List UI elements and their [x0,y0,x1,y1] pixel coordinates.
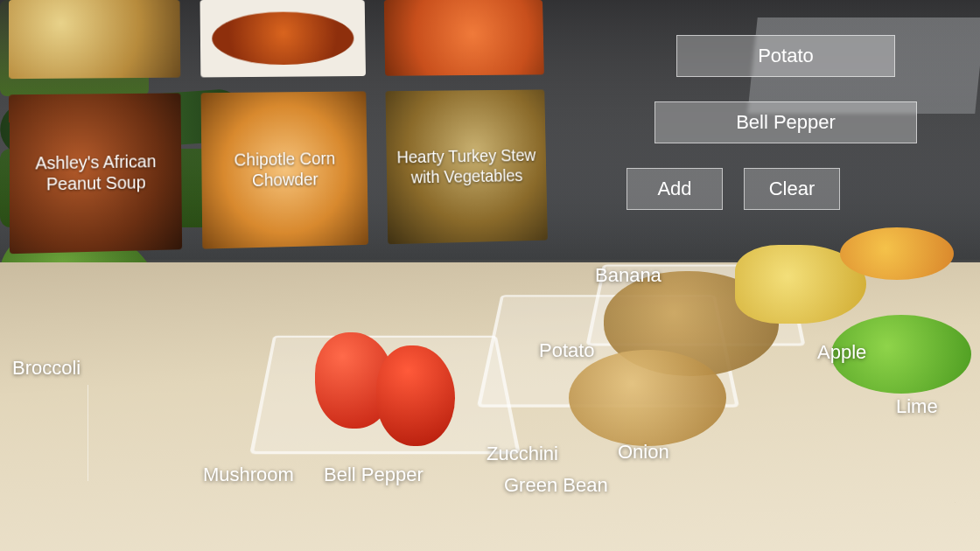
prop-bell-pepper [376,345,455,446]
recipe-card[interactable]: Ashley's African Peanut Soup [9,93,182,254]
chip-label: Bell Pepper [736,111,836,133]
button-label: Clear [769,178,816,199]
ar-kitchen-scene: Ashley's African Peanut Soup Chipotle Co… [0,0,980,551]
prop-limes [831,315,971,394]
prop-onions [569,350,726,446]
prop-apples [840,227,954,280]
recipe-title: Chipotle Corn Chowder [208,148,361,192]
ingredient-selection-panel: Potato Bell Pepper Add Clear [611,35,961,210]
leader-line [88,385,88,481]
add-button[interactable]: Add [626,168,723,210]
recipe-card[interactable] [9,0,180,79]
recipe-card[interactable] [384,0,544,76]
button-label: Add [657,178,691,199]
recipe-title: Hearty Turkey Stew with Vegetables [393,145,540,188]
recipe-title: Ashley's African Peanut Soup [17,150,175,195]
selected-ingredient-chip[interactable]: Bell Pepper [654,101,917,143]
recipe-card[interactable]: Hearty Turkey Stew with Vegetables [385,89,547,244]
recipe-card[interactable] [200,0,366,77]
recipe-results-panel: Ashley's African Peanut Soup Chipotle Co… [9,0,550,255]
clear-button[interactable]: Clear [744,168,840,210]
recipe-card[interactable]: Chipotle Corn Chowder [201,91,368,248]
selected-ingredient-chip[interactable]: Potato [676,35,895,77]
chip-label: Potato [758,45,814,66]
